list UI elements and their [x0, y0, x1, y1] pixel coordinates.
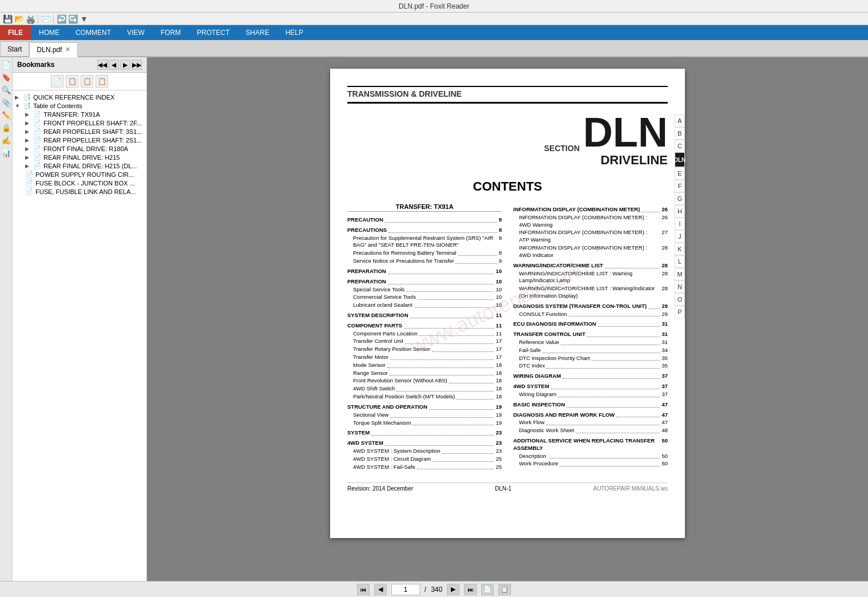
tree-item-power-supply[interactable]: 📄 POWER SUPPLY ROUTING CIR...: [15, 170, 144, 179]
tree-item-fuse-fusible[interactable]: 📄 FUSE, FUSIBLE LINK AND RELA...: [15, 187, 144, 196]
toc-sub-consult: CONSULT Function29: [513, 311, 668, 318]
dropdown-icon[interactable]: ▼: [79, 14, 89, 24]
tree-item-toc[interactable]: ▼ 📑 Table of Contents: [15, 101, 144, 110]
tree-item-rear-prop1[interactable]: ▶ 📄 REAR PROPELLER SHAFT: 3S1...: [15, 127, 144, 136]
status-fit-width[interactable]: 📋: [498, 584, 511, 595]
tab-share[interactable]: SHARE: [237, 25, 277, 40]
tab-start[interactable]: Start: [0, 41, 29, 56]
email-icon[interactable]: ✉️: [41, 14, 51, 24]
tree-item-front-prop[interactable]: ▶ 📄 FRONT PROPELLER SHAFT: 2F...: [15, 118, 144, 127]
redo-icon[interactable]: ↪️: [68, 14, 78, 24]
toc-sub-trps: Transfer Rotary Position Sensor17: [347, 346, 502, 353]
nav-prev[interactable]: ◀: [109, 60, 119, 70]
status-next-page[interactable]: ▶: [447, 584, 459, 595]
toc-4wd-system: 4WD SYSTEM23: [347, 440, 502, 447]
pdf-area[interactable]: www.autorepairmanu... A B C DLN E F G H …: [147, 57, 868, 581]
save-icon[interactable]: 💾: [2, 14, 13, 24]
tree-label: POWER SUPPLY ROUTING CIR...: [35, 171, 134, 178]
tab-pdf[interactable]: DLN.pdf ✕: [29, 42, 78, 57]
tree-item-quick-ref[interactable]: ▶ 📑 QUICK REFERENCE INDEX: [15, 93, 144, 101]
tree-item-transfer[interactable]: ▶ 📄 TRANSFER: TX91A: [15, 110, 144, 118]
pdf-contents-title: CONTENTS: [347, 179, 668, 194]
page-number-input[interactable]: [391, 584, 420, 595]
toggle-icon: ▶: [25, 163, 31, 169]
tool-delete[interactable]: 📋: [96, 75, 108, 88]
tab-comment[interactable]: COMMENT: [68, 25, 119, 40]
toc-precautions: PRECAUTIONS8: [347, 227, 502, 234]
tree-item-rear-final[interactable]: ▶ 📄 REAR FINAL DRIVE: H215: [15, 153, 144, 161]
tree-item-front-final[interactable]: ▶ 📄 FRONT FINAL DRIVE: R180A: [15, 144, 144, 153]
open-icon[interactable]: 📂: [14, 14, 24, 24]
security-icon[interactable]: 🔒: [1, 122, 11, 133]
toggle-icon: ▶: [25, 112, 31, 117]
tool-paste[interactable]: 📋: [81, 75, 93, 88]
toc-sub-commercial-tools: Commercial Service Tools10: [347, 294, 502, 301]
form-icon[interactable]: 📊: [1, 148, 11, 158]
file-menu[interactable]: FILE: [0, 25, 31, 40]
tool-row-1: 📄 📋 📋 📋: [51, 75, 108, 88]
toc-sub-torque: Torque Split Mechanism19: [347, 420, 502, 427]
toggle-icon: ▼: [15, 103, 21, 109]
tool-copy[interactable]: 📋: [66, 75, 78, 88]
attach-icon[interactable]: 📎: [1, 97, 11, 108]
toggle-icon: ▶: [25, 137, 31, 143]
status-last-page[interactable]: ⏭: [464, 584, 477, 595]
toc-system-desc: SYSTEM DESCRIPTION11: [347, 312, 502, 319]
letter-i: I: [675, 218, 685, 230]
pdf-page-label: DLN-1: [495, 485, 512, 492]
tree-item-rear-final-dl[interactable]: ▶ 📄 REAR FINAL DRIVE: H215 (DL...: [15, 161, 144, 170]
nav-next[interactable]: ▶: [120, 60, 130, 70]
toc-sub-srs: Precaution for Supplemental Restraint Sy…: [347, 235, 502, 250]
status-first-page[interactable]: ⏮: [357, 584, 370, 595]
toc-sub-description: Description50: [513, 453, 668, 460]
nav-first[interactable]: ◀◀: [97, 60, 108, 70]
page-icon[interactable]: 📄: [1, 60, 11, 70]
toc-precaution: PRECAUTION8: [347, 216, 502, 224]
letter-j: J: [675, 230, 685, 243]
toc-sub-motor: Transfer Motor17: [347, 354, 502, 361]
letter-m: M: [675, 268, 685, 280]
undo-icon[interactable]: ↩️: [56, 14, 66, 24]
toc-sub-4wd-desc: 4WD SYSTEM : System Description23: [347, 448, 502, 455]
ribbon: FILE HOME COMMENT VIEW FORM PROTECT SHAR…: [0, 25, 868, 40]
tree-node-icon: 📄: [33, 110, 41, 118]
toc-basic-inspection: BASIC INSPECTION47: [513, 401, 668, 409]
toc-sub-work-proc: Work Procedure50: [513, 460, 668, 468]
toc-structure: STRUCTURE AND OPERATION19: [347, 404, 502, 411]
search-icon[interactable]: 🔍: [1, 85, 11, 95]
toc-sub-comp-loc: Component Parts Location11: [347, 330, 502, 338]
letter-e: E: [675, 167, 685, 180]
tree-node-icon: 📄: [25, 179, 33, 187]
tree-label: Table of Contents: [33, 102, 82, 109]
bookmark-icon[interactable]: 🔖: [1, 72, 11, 82]
print-icon[interactable]: 🖨️: [25, 14, 35, 24]
tab-home[interactable]: HOME: [31, 25, 68, 40]
pdf-page: www.autorepairmanu... A B C DLN E F G H …: [330, 69, 685, 538]
nav-last[interactable]: ▶▶: [132, 60, 142, 70]
sign-icon[interactable]: ✍️: [1, 135, 11, 145]
tree-item-fuse-block[interactable]: 📄 FUSE BLOCK - JUNCTION BOX ...: [15, 179, 144, 187]
pdf-toc-right: INFORMATION DISPLAY (COMBINATION METER)2…: [513, 203, 668, 471]
status-prev-page[interactable]: ◀: [374, 584, 387, 595]
tab-form[interactable]: FORM: [153, 25, 189, 40]
tree-node-icon: 📄: [33, 162, 41, 169]
tool-new[interactable]: 📄: [51, 75, 64, 88]
title-bar: DLN.pdf - Foxit Reader: [0, 0, 868, 13]
toggle-icon: ▶: [25, 120, 31, 126]
tab-help[interactable]: HELP: [278, 25, 311, 40]
pdf-right-header: SECTION DLN DRIVELINE: [544, 112, 668, 168]
tab-pdf-label: DLN.pdf: [37, 46, 62, 54]
tab-start-label: Start: [7, 45, 22, 53]
toc-tcu: TRANSFER CONTROL UNIT31: [513, 331, 668, 338]
comment-icon[interactable]: ✏️: [1, 110, 11, 120]
pdf-section-word: SECTION: [544, 144, 580, 153]
sidebar-nav: ◀◀ ◀ ▶ ▶▶: [97, 60, 142, 70]
status-bar: ⏮ ◀ / 340 ▶ ⏭ 📄 📋: [0, 581, 868, 597]
status-fit-page[interactable]: 📄: [481, 584, 494, 595]
tab-protect[interactable]: PROTECT: [189, 25, 237, 40]
toolbar-separator-2: [53, 14, 54, 23]
toggle-icon: ▶: [25, 146, 31, 152]
tab-close-icon[interactable]: ✕: [65, 46, 70, 53]
tree-item-rear-prop2[interactable]: ▶ 📄 REAR PROPELLER SHAFT: 2S1...: [15, 136, 144, 144]
tab-view[interactable]: VIEW: [119, 25, 153, 40]
